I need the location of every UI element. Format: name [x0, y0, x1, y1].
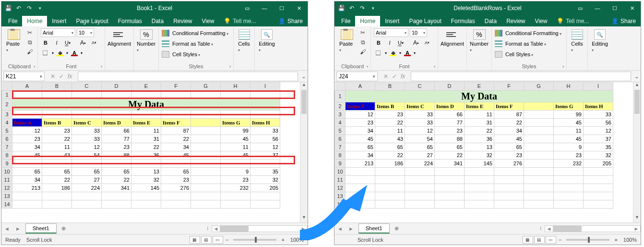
zoom-slider[interactable] [566, 239, 609, 241]
qat-more-icon[interactable]: ▾ [369, 4, 377, 12]
cell[interactable]: 31 [131, 135, 161, 143]
tab-review[interactable]: Review [168, 16, 197, 26]
cell[interactable] [12, 90, 42, 99]
items-header-cell[interactable]: Items E [131, 118, 161, 126]
cell[interactable] [72, 192, 102, 200]
cell[interactable] [524, 167, 554, 175]
cell[interactable]: 65 [435, 143, 465, 151]
tab-data[interactable]: Data [147, 16, 168, 26]
column-header[interactable]: B [375, 82, 405, 90]
cell[interactable] [191, 200, 221, 208]
sheet-nav-next-icon[interactable]: ► [346, 226, 357, 232]
cell[interactable] [161, 192, 191, 200]
cells-button[interactable]: Cells [237, 28, 251, 53]
font-color-button[interactable]: A [70, 49, 79, 57]
cell[interactable]: 65 [72, 167, 102, 175]
add-sheet-button[interactable]: ⊕ [390, 225, 404, 232]
items-header-cell[interactable]: Items E [465, 102, 494, 110]
row-header[interactable]: 6 [2, 135, 12, 143]
cell[interactable] [465, 184, 494, 192]
cell[interactable] [221, 159, 250, 167]
cell[interactable] [42, 159, 72, 167]
cell[interactable] [191, 90, 221, 99]
italic-button[interactable]: I [52, 38, 61, 47]
cell[interactable] [72, 90, 102, 99]
column-header[interactable]: H [221, 82, 250, 90]
borders-button[interactable] [41, 49, 50, 57]
cell[interactable]: 37 [250, 151, 280, 159]
row-header[interactable]: 14 [2, 200, 12, 208]
cell[interactable]: 77 [102, 135, 131, 143]
items-header-cell[interactable]: Items D [102, 118, 131, 126]
alignment-button[interactable]: Alignment [108, 28, 131, 48]
cell[interactable] [524, 151, 554, 159]
cell[interactable]: 54 [72, 151, 102, 159]
cell[interactable] [346, 200, 375, 208]
bold-button[interactable]: B [374, 38, 383, 47]
scroll-up-icon[interactable]: ▲ [300, 82, 308, 90]
cell[interactable]: 23 [221, 175, 250, 184]
cell[interactable]: 276 [494, 159, 524, 167]
cell[interactable] [161, 110, 191, 118]
cell[interactable]: 22 [42, 135, 72, 143]
cell[interactable]: 11 [375, 126, 405, 135]
cell[interactable]: 22 [465, 126, 494, 135]
maximize-button[interactable]: ☐ [606, 1, 623, 15]
grow-font-button[interactable]: A▴ [411, 38, 421, 47]
cell[interactable]: 145 [131, 184, 161, 192]
cell[interactable]: 65 [12, 167, 42, 175]
cell[interactable]: 22 [435, 151, 465, 159]
maximize-button[interactable]: ☐ [273, 1, 290, 15]
cell[interactable]: 12 [250, 143, 280, 151]
cell[interactable]: 11 [554, 126, 584, 135]
paste-button[interactable]: Paste [4, 28, 23, 53]
column-header[interactable]: I [250, 82, 280, 90]
cell[interactable] [465, 200, 494, 208]
ribbon-display-icon[interactable]: ▭ [239, 1, 256, 15]
close-button[interactable]: ✕ [290, 1, 308, 15]
cell[interactable] [72, 200, 102, 208]
minimize-button[interactable]: — [589, 1, 606, 15]
cell[interactable]: 27 [405, 151, 435, 159]
cell[interactable]: 186 [375, 159, 405, 167]
enter-formula-icon[interactable]: ✓ [59, 73, 64, 80]
select-all-corner[interactable] [2, 82, 12, 90]
cell[interactable]: 65 [102, 167, 131, 175]
cell[interactable] [131, 90, 161, 99]
cell[interactable]: 34 [12, 175, 42, 184]
row-header[interactable]: 13 [2, 192, 12, 200]
cell[interactable] [191, 175, 221, 184]
column-header[interactable]: E [131, 82, 161, 90]
cell[interactable]: 12 [72, 143, 102, 151]
alignment-button[interactable]: Alignment [441, 28, 464, 48]
row-header[interactable]: 11 [335, 175, 346, 184]
cell[interactable] [12, 110, 42, 118]
cell[interactable] [102, 192, 131, 200]
cell[interactable]: 36 [465, 135, 494, 143]
view-normal-icon[interactable]: ▦ [523, 236, 533, 244]
cell[interactable]: 27 [72, 175, 102, 184]
cell[interactable]: 12 [405, 126, 435, 135]
column-header[interactable]: G [191, 82, 221, 90]
cell[interactable]: 186 [42, 184, 72, 192]
formula-input[interactable] [78, 72, 298, 81]
items-header-cell[interactable]: Items F [161, 118, 191, 126]
row-header[interactable]: 8 [2, 151, 12, 159]
row-header[interactable]: 11 [2, 175, 12, 184]
cell[interactable]: 88 [435, 135, 465, 143]
cell[interactable]: 11 [221, 143, 250, 151]
cell[interactable] [191, 151, 221, 159]
row-header[interactable]: 9 [335, 159, 346, 167]
undo-icon[interactable]: ↶ [15, 4, 23, 12]
row-header[interactable]: 10 [335, 167, 346, 175]
cell[interactable] [584, 184, 613, 192]
cell[interactable]: 31 [465, 118, 494, 126]
cell[interactable] [375, 200, 405, 208]
row-header[interactable]: 4 [2, 118, 12, 126]
column-header[interactable]: F [494, 82, 524, 90]
font-name-combo[interactable]: Arial▾ [41, 28, 75, 37]
fill-color-button[interactable]: ◆ [55, 49, 65, 57]
cell[interactable] [584, 167, 613, 175]
copy-icon[interactable]: ⧉ [25, 38, 35, 47]
cell[interactable]: 224 [405, 159, 435, 167]
